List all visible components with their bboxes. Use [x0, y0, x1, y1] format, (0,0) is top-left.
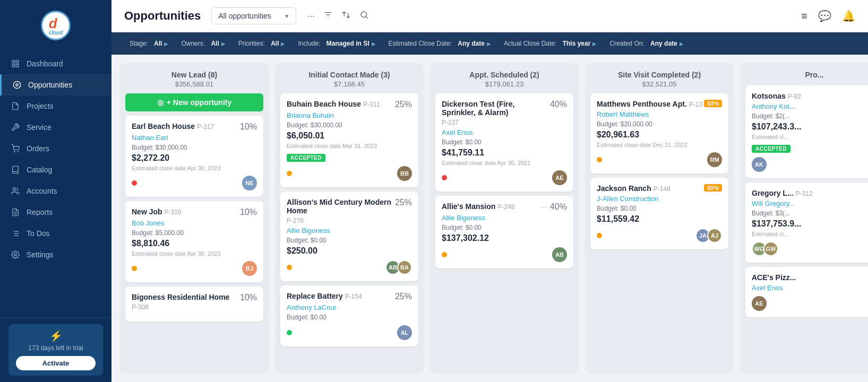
- svg-line-22: [366, 16, 368, 18]
- card-title-row: Replace Battery P-154: [287, 292, 362, 300]
- sidebar-item-settings[interactable]: Settings: [0, 244, 111, 265]
- filter-item-5[interactable]: Actual Close Date: This year ▶: [499, 38, 602, 49]
- kanban-card[interactable]: Buhain Beach House P-311 25% Brianna Buh…: [280, 93, 418, 187]
- card-title-row: Jackson Ranch P-148: [597, 184, 671, 193]
- filter-arrow-icon: ▶: [164, 41, 168, 47]
- card-contact[interactable]: Anthony LaCour: [287, 303, 412, 311]
- card-footer: WG GW: [752, 241, 868, 256]
- card-project: P-312: [796, 190, 813, 197]
- card-contact[interactable]: Bob Jones: [132, 219, 257, 227]
- kanban-column-1: Initial Contact Made (3)$7,168.45 Buhain…: [275, 63, 424, 374]
- column-body-1: Buhain Beach House P-311 25% Brianna Buh…: [275, 93, 424, 374]
- opportunities-icon: [12, 80, 22, 90]
- kanban-card[interactable]: New Job P-316 10% Bob Jones Budget: $5,0…: [125, 201, 263, 282]
- card-title: Dickerson Test (Fire, Sprinkler, & Alarm…: [442, 100, 550, 117]
- card-contact[interactable]: Robert Matthews: [597, 110, 722, 118]
- settings-icon: [11, 250, 20, 259]
- kanban-column-3: Site Visit Completed (2)$32,521.05 Matth…: [585, 63, 734, 374]
- kanban-card[interactable]: Bigoness Residential Home P-308 10%: [125, 286, 263, 322]
- kanban-card[interactable]: ACE's Pizz... Axel Enos AE: [745, 267, 868, 317]
- card-close-date: Estimated close date Mar 31, 2023: [287, 143, 412, 149]
- card-title: ACE's Pizz...: [752, 273, 796, 282]
- filter-item-2[interactable]: Priorities: All ▶: [233, 38, 291, 49]
- card-contact[interactable]: J-Allen Construction: [597, 195, 722, 203]
- hamburger-icon[interactable]: ≡: [801, 10, 807, 22]
- filter-arrow-icon: ▶: [680, 41, 684, 47]
- filter-arrow-icon: ▶: [487, 41, 491, 47]
- card-title-row: Matthews Penthouse Apt. P-13: [597, 100, 702, 108]
- kanban-card[interactable]: Allison's Mid Century Modern Home P-278 …: [280, 192, 418, 281]
- filter-item-0[interactable]: Stage: All ▶: [124, 38, 174, 49]
- opportunities-filter-dropdown[interactable]: All opportunities ▼: [211, 7, 296, 24]
- card-footer: AK: [752, 157, 868, 172]
- card-amount: $137,753.9...: [752, 219, 868, 229]
- column-body-4: Kotsonas P-82 Anthony Kot... Budget: $2(…: [740, 85, 868, 374]
- avatar-group: JA AJ: [695, 228, 722, 243]
- card-amount: $137,302.12: [442, 233, 567, 243]
- sidebar-item-accounts[interactable]: Accounts: [0, 180, 111, 202]
- kanban-card[interactable]: Jackson Ranch P-148 50% J-Allen Construc…: [590, 178, 728, 249]
- avatar: AB: [552, 247, 567, 262]
- svg-rect-2: [12, 64, 15, 67]
- sidebar-label-settings: Settings: [27, 250, 54, 259]
- sidebar-item-orders[interactable]: Orders: [0, 138, 111, 159]
- card-title: Jackson Ranch: [597, 184, 651, 193]
- card-contact[interactable]: Brianna Buhain: [287, 111, 412, 119]
- kanban-card[interactable]: Replace Battery P-154 25% Anthony LaCour…: [280, 285, 418, 346]
- card-title-row: ACE's Pizz...: [752, 273, 798, 282]
- sidebar-item-catalog[interactable]: Catalog: [0, 159, 111, 180]
- card-contact[interactable]: Axel Enos: [442, 128, 567, 136]
- status-dot: [287, 171, 292, 176]
- card-more-icon[interactable]: ···: [540, 203, 547, 211]
- activate-button[interactable]: Activate: [16, 356, 96, 370]
- sidebar-item-projects[interactable]: Projects: [0, 96, 111, 117]
- column-amount: $356,588.01: [128, 80, 260, 88]
- card-title: Bigoness Residential Home: [132, 293, 229, 301]
- search-icon[interactable]: [359, 10, 369, 22]
- status-dot: [287, 265, 292, 270]
- plus-icon: ◎: [157, 98, 164, 107]
- filter-item-4[interactable]: Estimated Close Date: Any date ▶: [383, 38, 496, 49]
- card-title: Matthews Penthouse Apt.: [597, 100, 687, 108]
- sidebar-item-reports[interactable]: Reports: [0, 202, 111, 223]
- filter-item-3[interactable]: Include: Managed in SI ▶: [293, 38, 381, 49]
- sidebar-item-dashboard[interactable]: Dashboard: [0, 53, 111, 74]
- sidebar-item-service[interactable]: Service: [0, 117, 111, 138]
- sidebar-label-service: Service: [27, 123, 51, 132]
- kanban-card[interactable]: Allie's Mansion P-248 ··· 40% Allie Bigo…: [435, 196, 573, 268]
- filter-icon[interactable]: [323, 10, 333, 22]
- sidebar-item-todos[interactable]: To Dos: [0, 223, 111, 244]
- status-dot: [442, 252, 447, 257]
- kanban-card[interactable]: Earl Beach House P-317 10% Nathan Earl B…: [125, 116, 263, 197]
- sidebar-item-opportunities[interactable]: Opportunities: [0, 74, 111, 96]
- notification-icon[interactable]: 🔔: [842, 10, 855, 22]
- card-contact[interactable]: Allie Bigoness: [442, 214, 567, 222]
- kanban-board: New Lead (8)$356,588.01◎ + New opportuni…: [111, 55, 868, 382]
- card-contact[interactable]: Nathan Earl: [132, 134, 257, 142]
- filter-item-6[interactable]: Created On: Any date ▶: [604, 38, 689, 49]
- more-options-icon[interactable]: ···: [307, 11, 315, 22]
- card-contact[interactable]: Axel Enos: [752, 284, 868, 292]
- kanban-card[interactable]: Gregory L... P-312 Will Gregory... Budge…: [745, 183, 868, 263]
- kanban-card[interactable]: Kotsonas P-82 Anthony Kot... Budget: $2(…: [745, 85, 868, 178]
- chat-icon[interactable]: 💬: [818, 10, 831, 22]
- column-title: New Lead (8): [128, 71, 260, 79]
- card-header-row: Bigoness Residential Home P-308 10%: [132, 293, 257, 311]
- avatar: AE: [552, 170, 567, 185]
- card-title: Earl Beach House: [132, 122, 195, 131]
- sidebar-label-orders: Orders: [27, 144, 49, 153]
- card-contact[interactable]: Will Gregory...: [752, 199, 868, 207]
- column-title: Initial Contact Made (3): [283, 71, 415, 79]
- card-percent: 40%: [550, 100, 567, 109]
- card-contact[interactable]: Allie Bigoness: [287, 227, 412, 235]
- status-dot: [597, 233, 602, 238]
- card-header-row: Allie's Mansion P-248 ··· 40%: [442, 202, 567, 212]
- kanban-card[interactable]: Dickerson Test (Fire, Sprinkler, & Alarm…: [435, 93, 573, 192]
- card-contact[interactable]: Anthony Kot...: [752, 102, 868, 110]
- filter-bar: Stage: All ▶Owners: All ▶Priorities: All…: [111, 32, 868, 55]
- new-opportunity-button[interactable]: ◎ + New opportunity: [125, 93, 263, 111]
- kanban-card[interactable]: Matthews Penthouse Apt. P-13 50% Robert …: [590, 93, 728, 173]
- avatar: AJ: [707, 228, 722, 243]
- filter-item-1[interactable]: Owners: All ▶: [176, 38, 230, 49]
- sort-icon[interactable]: [341, 10, 351, 22]
